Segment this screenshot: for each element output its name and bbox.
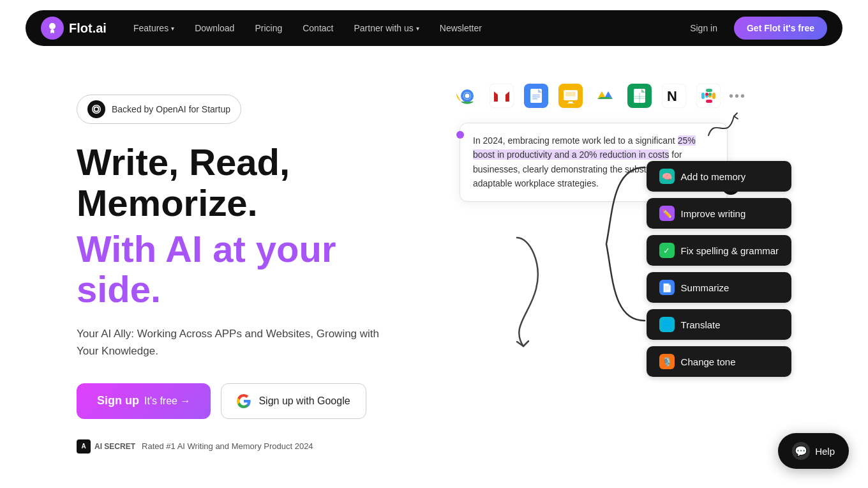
hero-title-line2: With AI at your side. xyxy=(77,229,421,310)
action-summarize[interactable]: 📄 Summarize xyxy=(647,272,791,303)
badge-text: Backed by OpenAI for Startup xyxy=(112,104,230,114)
rating-text: Rated #1 AI Writing and Memory Product 2… xyxy=(142,441,313,451)
openai-badge: Backed by OpenAI for Startup xyxy=(77,95,241,124)
svg-rect-37 xyxy=(705,93,708,96)
svg-text:N: N xyxy=(667,88,677,104)
aisecret-icon: A xyxy=(77,439,91,454)
action-menu: 🧠 Add to memory ✏️ Improve writing ✓ Fix… xyxy=(647,161,791,377)
help-button[interactable]: 💬 Help xyxy=(778,433,849,469)
svg-point-0 xyxy=(49,23,56,29)
svg-rect-15 xyxy=(532,98,537,100)
app-icons-row: N ••• xyxy=(447,82,791,110)
svg-rect-10 xyxy=(490,84,514,108)
google-signup-button[interactable]: Sign up with Google xyxy=(221,383,366,419)
navbar: Flot.ai Features ▾ Download Pricing Cont… xyxy=(26,10,842,46)
app-icon-gmail xyxy=(488,82,516,110)
signup-free-label: It's free → xyxy=(144,395,190,407)
nav-logo[interactable]: Flot.ai xyxy=(41,17,107,40)
signup-label: Sign up xyxy=(97,394,139,408)
translate-label: Translate xyxy=(681,319,721,330)
svg-rect-33 xyxy=(706,100,712,103)
nav-right: Sign in Get Flot it's free xyxy=(681,17,827,40)
nav-download[interactable]: Download xyxy=(186,18,243,38)
fix-spelling-icon: ✓ xyxy=(659,243,675,258)
app-icon-docs xyxy=(522,82,550,110)
hero-rating: A AI SECRET Rated #1 AI Writing and Memo… xyxy=(77,439,421,454)
get-flot-button[interactable]: Get Flot it's free xyxy=(734,17,827,40)
action-change-tone[interactable]: 🎙️ Change tone xyxy=(647,346,791,377)
app-icon-chrome xyxy=(453,82,481,110)
hero-subtitle: Your AI Ally: Working Across APPs and We… xyxy=(77,325,396,360)
nav-pricing[interactable]: Pricing xyxy=(246,18,291,38)
svg-rect-38 xyxy=(708,93,712,96)
svg-rect-13 xyxy=(532,95,540,96)
svg-rect-19 xyxy=(567,103,574,103)
signup-button[interactable]: Sign up It's free → xyxy=(77,383,211,419)
summarize-icon: 📄 xyxy=(659,280,675,295)
google-signup-label: Sign up with Google xyxy=(258,395,350,407)
action-improve-writing[interactable]: ✏️ Improve writing xyxy=(647,198,791,229)
hero-section: Backed by OpenAI for Startup Write, Read… xyxy=(26,56,842,488)
nav-contact[interactable]: Contact xyxy=(294,18,342,38)
fix-spelling-label: Fix spelling & grammar xyxy=(681,245,779,256)
app-icon-slides xyxy=(557,82,585,110)
nav-partner[interactable]: Partner with us ▾ xyxy=(345,18,428,38)
svg-rect-32 xyxy=(712,93,715,99)
app-icon-sheets xyxy=(625,82,654,110)
signin-link[interactable]: Sign in xyxy=(681,18,726,38)
svg-point-4 xyxy=(95,108,98,111)
summarize-label: Summarize xyxy=(681,282,730,293)
help-icon: 💬 xyxy=(792,442,810,460)
action-translate[interactable]: 🌐 Translate xyxy=(647,309,791,340)
aisecret-label: AI SECRET xyxy=(94,442,135,451)
google-logo-icon xyxy=(237,394,251,408)
logo-icon xyxy=(41,17,64,40)
svg-rect-18 xyxy=(569,102,572,103)
curved-arrow xyxy=(504,225,632,353)
svg-point-9 xyxy=(465,94,470,98)
app-icon-drive xyxy=(591,82,619,110)
chevron-down-icon: ▾ xyxy=(416,25,419,32)
aisecret-badge: A AI SECRET xyxy=(77,439,135,454)
cursor-pin-left xyxy=(456,131,464,139)
translate-icon: 🌐 xyxy=(659,317,675,332)
improve-writing-label: Improve writing xyxy=(681,208,746,219)
improve-writing-icon: ✏️ xyxy=(659,206,675,221)
hero-title-line1: Write, Read, Memorize. xyxy=(77,142,421,224)
svg-rect-30 xyxy=(701,93,705,99)
logo-text: Flot.ai xyxy=(69,21,107,36)
svg-rect-31 xyxy=(706,89,712,92)
action-fix-spelling[interactable]: ✓ Fix spelling & grammar xyxy=(647,235,791,266)
hero-left: Backed by OpenAI for Startup Write, Read… xyxy=(77,82,421,454)
svg-rect-14 xyxy=(532,96,540,98)
more-apps-icon: ••• xyxy=(729,89,746,103)
app-icon-slack xyxy=(694,82,722,110)
nav-features[interactable]: Features ▾ xyxy=(124,18,183,38)
nav-links: Features ▾ Download Pricing Contact Part… xyxy=(124,18,676,38)
app-icon-notion: N xyxy=(660,82,688,110)
help-label: Help xyxy=(815,446,835,457)
action-add-memory[interactable]: 🧠 Add to memory xyxy=(647,161,791,192)
hero-right: N ••• xyxy=(447,82,791,452)
chevron-down-icon: ▾ xyxy=(171,25,174,32)
add-memory-icon: 🧠 xyxy=(659,169,675,184)
add-memory-label: Add to memory xyxy=(681,171,746,182)
svg-rect-21 xyxy=(593,84,617,108)
svg-point-2 xyxy=(51,33,54,35)
change-tone-label: Change tone xyxy=(681,356,736,367)
openai-icon xyxy=(87,100,105,118)
svg-rect-20 xyxy=(565,92,576,96)
nav-newsletter[interactable]: Newsletter xyxy=(431,18,491,38)
change-tone-icon: 🎙️ xyxy=(659,354,675,369)
hero-buttons: Sign up It's free → Sign up with Google xyxy=(77,383,421,419)
